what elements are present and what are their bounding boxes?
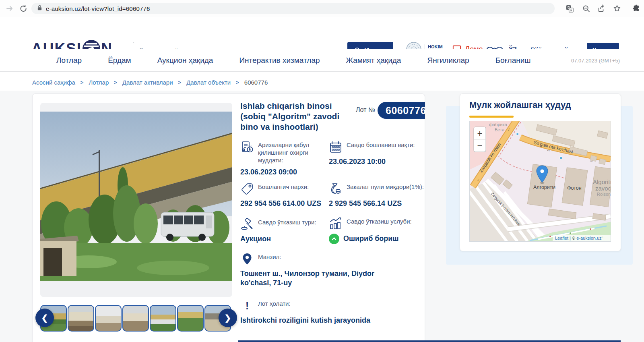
status-value: Ishtirokchi roziligini kutish jarayonida <box>240 316 413 325</box>
map-attribution: Leaflet | © e-auksion.uz <box>555 236 602 240</box>
lot-number-label: Лот № <box>356 106 375 114</box>
share-icon[interactable] <box>597 4 606 13</box>
exclamation-icon: ! <box>240 299 254 313</box>
gallery-prev-button[interactable]: ❮ <box>35 309 54 327</box>
map-building-label: Алгоритм <box>533 184 555 190</box>
gallery-thumbnail[interactable] <box>150 305 176 332</box>
browser-toolbar: e-auksion.uz/lot-view?lot_id=6060776 <box>0 0 644 17</box>
application-deadline-icon <box>240 140 254 154</box>
detail-auction-start: Савдо бошланиш вақти: 23.06.2023 10:00 <box>329 140 423 166</box>
detail-label: Савдо бошланиш вақти: <box>347 140 415 149</box>
attribution-site-link[interactable]: e-auksion.uz <box>576 236 601 240</box>
detail-value: 2 929 545 566.14 UZS <box>329 199 425 208</box>
detail-auction-type: Савдо ўтказиш тури: Аукцион <box>240 218 329 244</box>
next-section-edge <box>238 340 621 342</box>
detail-label: Лот ҳолати: <box>258 299 291 307</box>
bus-shape <box>161 212 214 241</box>
map-area-label: Algoritm <box>593 178 611 185</box>
increase-badge-icon <box>329 234 339 244</box>
lot-main-photo[interactable] <box>40 103 232 297</box>
title-underline <box>469 116 514 118</box>
detail-label: Савдо ўтказиш услуби: <box>347 217 412 225</box>
breadcrumb-home[interactable]: Асосий саҳифа <box>32 79 75 86</box>
detail-label: Бошланғич нархи: <box>258 182 309 191</box>
map-area-label: Roison <box>597 192 611 197</box>
current-date: 07.07.2023 (GMT+5) <box>571 58 620 64</box>
extensions-puzzle-icon[interactable] <box>631 4 640 13</box>
gallery-thumbnail[interactable] <box>177 305 204 332</box>
nav-item-about-auction[interactable]: Аукцион ҳақида <box>157 56 213 65</box>
detail-status: ! Лот ҳолати: Ishtirokchi roziligini kut… <box>240 299 413 325</box>
reload-icon[interactable] <box>19 4 28 13</box>
rising-chart-icon <box>329 217 343 230</box>
calendar-icon <box>329 140 343 154</box>
chevron-right-icon: > <box>114 79 117 85</box>
breadcrumb-state-object[interactable]: Давлат объекти <box>186 79 231 86</box>
detail-auction-method: Савдо ўтказиш услуби: Ошириб бориш <box>329 217 425 244</box>
chevron-right-icon: > <box>178 79 182 85</box>
map[interactable]: ← ← → ← <box>469 121 611 242</box>
translate-icon[interactable] <box>565 4 574 13</box>
breadcrumb-lots[interactable]: Лотлар <box>89 79 109 86</box>
detail-value: 23.06.2023 10:00 <box>329 157 423 166</box>
detail-value: Ошириб бориш <box>343 234 398 243</box>
gallery-thumbnail[interactable] <box>95 305 122 332</box>
bookmark-star-icon[interactable] <box>612 4 622 13</box>
site-header: AUKSI N Излаш <box>0 17 644 49</box>
detail-value: 23.06.2023 09:00 <box>240 168 327 177</box>
nav-item-lots[interactable]: Лотлар <box>56 56 82 65</box>
lot-number-badge: 6060776 <box>378 102 425 119</box>
lock-icon <box>37 5 42 12</box>
page: e-auksion.uz/lot-view?lot_id=6060776 AUK… <box>0 0 644 342</box>
detail-label: Савдо ўтказиш тури: <box>258 218 316 226</box>
map-area-label: zavodi <box>595 185 611 192</box>
location-pin-icon <box>240 252 254 266</box>
gallery-thumbnail[interactable] <box>68 305 94 332</box>
price-tag-icon <box>240 182 254 196</box>
map-zoom-control: + − <box>474 127 486 152</box>
forward-icon[interactable] <box>5 4 14 13</box>
nav-item-about-society[interactable]: Жамият ҳақида <box>346 56 401 65</box>
gavel-icon <box>240 218 254 231</box>
gallery-thumbnail[interactable] <box>122 305 149 332</box>
map-zoom-in-button[interactable]: + <box>477 129 483 139</box>
chevron-right-icon: > <box>236 79 239 85</box>
map-title: Мулк жойлашган ҳудуд <box>469 100 571 110</box>
main-nav: Лотлар Ёрдам Аукцион ҳақида Интерактив х… <box>0 49 644 72</box>
gallery-next-button[interactable]: ❯ <box>219 309 237 327</box>
map-label-factory: Бета <box>495 127 505 132</box>
nav-item-news[interactable]: Янгиликлар <box>427 56 469 65</box>
deposit-icon <box>329 182 343 196</box>
detail-value: Аукцион <box>240 234 329 244</box>
address-value: Тошкент ш., Чилонзор тумани, Diydor ko'c… <box>240 269 403 288</box>
address-bar[interactable]: e-auksion.uz/lot-view?lot_id=6060776 <box>31 3 555 14</box>
map-building-label: Фотон <box>567 185 582 191</box>
detail-application-deadline: Аризаларни қабул қилишнинг охирги муддат… <box>240 140 327 177</box>
detail-label: Манзил: <box>258 252 281 261</box>
map-label-factory: фабрика <box>489 122 508 127</box>
detail-address: Манзил: Тошкент ш., Чилонзор тумани, Diy… <box>240 252 413 288</box>
lot-title: Ishlab chiqarish binosi (sobiq "Algoritm… <box>240 101 358 132</box>
shed-shape <box>40 236 79 276</box>
detail-start-price: Бошланғич нархи: 292 954 556 614.00 UZS <box>240 182 329 208</box>
leaflet-link[interactable]: Leaflet <box>555 236 568 240</box>
map-zoom-out-button[interactable]: − <box>477 141 483 151</box>
zoom-out-icon[interactable] <box>581 4 591 13</box>
nav-item-interactive-services[interactable]: Интерактив хизматлар <box>239 56 320 65</box>
detail-label: Аризаларни қабул қилишнинг охирги муддат… <box>258 140 327 164</box>
nav-item-contact[interactable]: Боғланиш <box>495 56 531 65</box>
url-text: e-auksion.uz/lot-view?lot_id=6060776 <box>46 5 150 12</box>
breadcrumb-state-assets[interactable]: Давлат активлари <box>122 79 173 86</box>
breadcrumb: Асосий саҳифа > Лотлар > Давлат активлар… <box>32 79 268 86</box>
nav-item-help[interactable]: Ёрдам <box>108 56 131 65</box>
detail-label: Закалат пули миқдори(1%): <box>347 182 424 191</box>
detail-value: 292 954 556 614.00 UZS <box>240 199 329 208</box>
chevron-right-icon: > <box>80 79 84 85</box>
breadcrumb-current: 6060776 <box>244 79 268 86</box>
detail-deposit: Закалат пули миқдори(1%): 2 929 545 566.… <box>329 182 425 208</box>
